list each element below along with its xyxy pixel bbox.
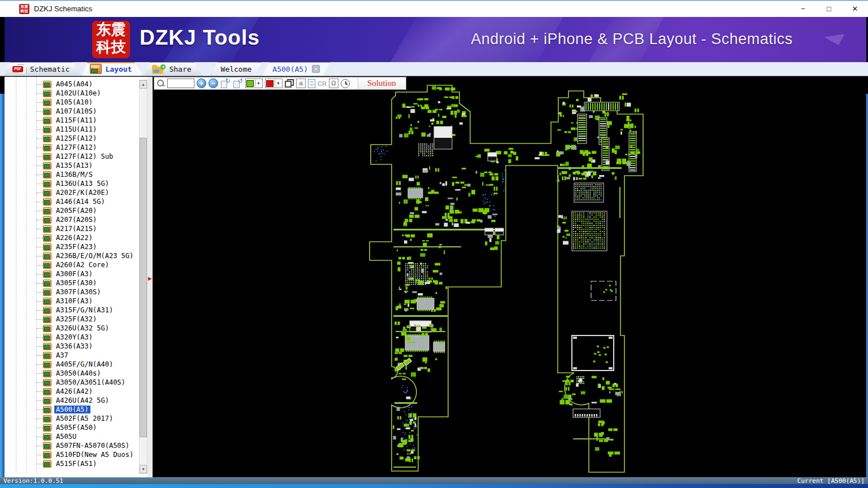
- tree-connector: [36, 111, 43, 112]
- tree-item[interactable]: PADSA3050/A3051(A40S): [5, 378, 144, 387]
- tree-item[interactable]: PADSA315F/G/N(A31): [5, 306, 144, 315]
- zoom-in-button[interactable]: +: [197, 79, 206, 88]
- tree-item[interactable]: PADSA205F(A20): [5, 206, 144, 215]
- tree-item[interactable]: PADSA115U(A11): [5, 125, 144, 134]
- tree-item[interactable]: PADSA326U(A32 5G): [5, 324, 144, 333]
- tree-item[interactable]: PADSA105(A10): [5, 98, 144, 107]
- tree-item[interactable]: PADSA502F(A5 2017): [5, 414, 144, 423]
- close-tab-icon[interactable]: ✕: [312, 65, 320, 73]
- tree-connector: [36, 328, 43, 329]
- tree-item[interactable]: PADSA235F(A23): [5, 242, 144, 251]
- window-left-border: [0, 94, 5, 488]
- tree-item-label: A125F(A12): [54, 134, 98, 142]
- solution-button[interactable]: Solution: [358, 77, 405, 89]
- tree-connector: [36, 84, 43, 85]
- tree-item[interactable]: PADSA336(A33): [5, 342, 144, 351]
- tree-connector: [36, 120, 43, 121]
- tree-item[interactable]: PADSA115F(A11): [5, 116, 144, 125]
- tree-item[interactable]: PADSA236B/E/O/M(A23 5G): [5, 251, 144, 260]
- tree-item[interactable]: PADSA146(A14 5G): [5, 197, 144, 206]
- pcb-canvas[interactable]: + − ▼ ▼ a CR Ω Solution: [153, 77, 868, 477]
- tree-item-label: A300F(A3): [54, 270, 94, 278]
- tree-item[interactable]: PADSA217(A21S): [5, 224, 144, 233]
- maximize-button[interactable]: □: [816, 1, 842, 18]
- panel-splitter[interactable]: ▶: [147, 77, 153, 477]
- doc-tab-welcome[interactable]: Welcome: [211, 62, 262, 76]
- tree-item[interactable]: PADSA325F(A32): [5, 315, 144, 324]
- pads-file-icon: PADS: [43, 280, 51, 287]
- tree-item[interactable]: PADSA515F(A51): [5, 459, 144, 468]
- cascade-windows-icon[interactable]: [285, 79, 294, 88]
- tree-item[interactable]: PADSA107(A10S): [5, 107, 144, 116]
- tree-item[interactable]: PADSA510FD(New A5 Duos): [5, 450, 144, 459]
- tree-connector: [36, 156, 43, 157]
- tab-layout[interactable]: PADS Layout: [82, 62, 143, 76]
- text-label-icon[interactable]: a: [296, 79, 306, 88]
- tree-item[interactable]: PADSA3050(A40s): [5, 369, 144, 378]
- tree-item[interactable]: PADSA507FN-A5070(A50S): [5, 441, 144, 450]
- tree-item[interactable]: PADSA226(A22): [5, 233, 144, 242]
- pads-file-icon: PADS: [43, 81, 51, 88]
- top-layer-color-dropdown[interactable]: ▼: [245, 79, 263, 88]
- tree-item-label: A307F(A30S): [54, 288, 102, 296]
- tree-item[interactable]: PADSA202F/K(A20E): [5, 188, 144, 197]
- history-clock-icon[interactable]: [341, 79, 350, 88]
- search-input[interactable]: [167, 79, 194, 88]
- tree-item-label: A305F(A30): [54, 279, 98, 287]
- brand-title: DZKJ Tools: [140, 26, 260, 50]
- bottom-layer-color-dropdown[interactable]: ▼: [265, 79, 283, 88]
- tree-connector: [36, 301, 43, 302]
- rotate-left-icon[interactable]: [233, 79, 243, 88]
- minimize-button[interactable]: −: [790, 1, 816, 18]
- cr-toggle[interactable]: CR: [318, 80, 327, 87]
- tree-item[interactable]: PADSA500(A5): [5, 405, 144, 414]
- scrollbar-thumb[interactable]: [140, 138, 147, 437]
- pcb-layout-drawing[interactable]: [153, 77, 868, 477]
- tree-item[interactable]: PADSA136U(A13 5G): [5, 179, 144, 188]
- tree-item[interactable]: PADSA426(A42): [5, 387, 144, 396]
- pads-file-icon: PADS: [43, 334, 51, 341]
- tree-connector: [36, 138, 43, 139]
- doc-tab-a500[interactable]: A500(A5) ✕: [262, 62, 330, 76]
- scroll-up-arrow[interactable]: ▲: [140, 80, 147, 89]
- app-logo-icon: 东震科技: [19, 4, 29, 14]
- scroll-down-arrow[interactable]: ▼: [140, 465, 147, 473]
- rotate-right-icon[interactable]: [220, 79, 231, 88]
- tab-schematic[interactable]: PDF Schematic: [5, 62, 81, 76]
- tree-item[interactable]: PADSA260(A2 Core): [5, 260, 144, 269]
- pads-file-icon: PADS: [43, 289, 51, 296]
- window-bottom-border: [0, 484, 868, 488]
- tree-item[interactable]: PADSA207(A20S): [5, 215, 144, 224]
- tree-item[interactable]: PADSA505U: [5, 432, 144, 441]
- pads-file-icon: PADS: [43, 379, 51, 386]
- tree-item[interactable]: PADSA127F(A12): [5, 143, 144, 152]
- tree-item[interactable]: PADSA305F(A30): [5, 278, 144, 287]
- tree-item[interactable]: PADSA135(A13): [5, 161, 144, 170]
- tree-item[interactable]: PADSA300F(A3): [5, 269, 144, 278]
- tree-item[interactable]: PADSA102U(A10e): [5, 89, 144, 98]
- close-button[interactable]: ✕: [842, 1, 868, 18]
- tree-item[interactable]: PADSA307F(A30S): [5, 287, 144, 297]
- tree-item[interactable]: PADSA426U(A42 5G): [5, 396, 144, 405]
- tree-item-label: A507FN-A5070(A50S): [54, 442, 131, 450]
- list-view-icon[interactable]: [308, 79, 315, 88]
- tree-item[interactable]: PADSA127F(A12) Sub: [5, 152, 144, 161]
- tree-item[interactable]: PADSA37: [5, 351, 144, 360]
- tree-item-label: A37: [54, 351, 70, 359]
- tree-item[interactable]: PADSA310F(A3): [5, 297, 144, 306]
- pads-file-icon: PADS: [43, 352, 51, 359]
- tab-share[interactable]: + Share: [144, 62, 202, 76]
- tree-item[interactable]: PADSA505F(A50): [5, 423, 144, 432]
- splitter-collapse-arrow[interactable]: ▶: [148, 276, 152, 281]
- tree-item[interactable]: PADSA045(A04): [5, 80, 144, 89]
- tree-connector: [36, 355, 43, 356]
- tree-item-label: A207(A20S): [54, 216, 98, 224]
- tree: PADSA045(A04)PADSA102U(A10e)PADSA105(A10…: [5, 80, 144, 468]
- tree-scrollbar[interactable]: ▲ ▼: [139, 80, 147, 474]
- tree-item[interactable]: PADSA320Y(A3): [5, 333, 144, 342]
- tree-item[interactable]: PADSA125F(A12): [5, 134, 144, 143]
- tree-item[interactable]: PADSA136B/M/S: [5, 170, 144, 179]
- tree-item[interactable]: PADSA405F/G/N(A40): [5, 360, 144, 369]
- resistance-omega-icon[interactable]: Ω: [329, 79, 338, 88]
- zoom-out-button[interactable]: −: [209, 79, 218, 88]
